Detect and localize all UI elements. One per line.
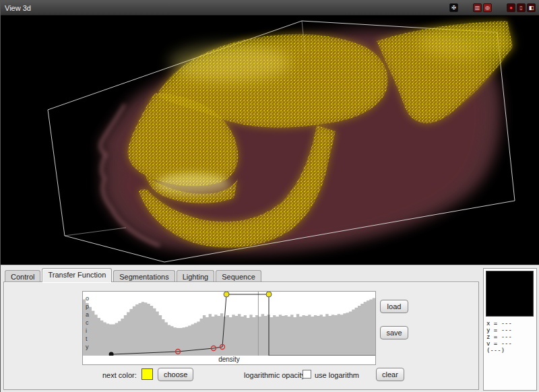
tab-sequence[interactable]: Sequence xyxy=(216,270,261,282)
use-logarithm-checkbox[interactable] xyxy=(303,370,311,379)
save-button[interactable]: save xyxy=(380,326,408,339)
titlebar[interactable]: View 3d ✠▥◎●▯◧ xyxy=(1,1,539,15)
slice-view-canvas[interactable] xyxy=(486,271,534,317)
record-icon[interactable]: ● xyxy=(507,3,515,12)
coordinate-readout: x = ---y = ---z = ---v = ---(---) xyxy=(486,320,512,354)
use-logarithm-label: use logarithm xyxy=(315,371,359,379)
tab-segmentations[interactable]: Segmentations xyxy=(113,270,175,282)
readout-line: x = --- xyxy=(486,320,512,327)
clear-button[interactable]: clear xyxy=(376,368,404,381)
panel-icon[interactable]: ▥ xyxy=(473,3,482,12)
camera-icon[interactable]: ◧ xyxy=(527,3,536,12)
transfer-function-canvas[interactable] xyxy=(83,292,375,356)
readout-line: y = --- xyxy=(486,327,512,333)
readout-line: v = --- xyxy=(486,340,512,347)
slice-info-panel: x = ---y = ---z = ---v = ---(---) xyxy=(483,268,537,391)
density-axis-label: density xyxy=(83,356,375,364)
transfer-function-tab-panel: opacity density load save next color: ch… xyxy=(3,282,479,390)
application-window: View 3d ✠▥◎●▯◧ xyxy=(0,0,539,392)
tab-transfer-function[interactable]: Transfer Function xyxy=(42,268,112,282)
volume-rendering-scene xyxy=(1,15,539,265)
viewport-3d[interactable] xyxy=(1,15,539,265)
logarithmic-opacity-label: logarithmic opacity xyxy=(244,371,305,379)
load-button[interactable]: load xyxy=(380,300,408,313)
choose-color-button[interactable]: choose xyxy=(158,368,193,381)
bottom-panel: ControlTransfer FunctionSegmentationsLig… xyxy=(1,265,539,392)
next-color-label: next color: xyxy=(102,371,137,379)
titlebar-icons: ✠▥◎●▯◧ xyxy=(448,3,536,12)
next-color-swatch[interactable] xyxy=(141,368,153,380)
control-point-yellow[interactable] xyxy=(266,292,272,297)
control-panel: ControlTransfer FunctionSegmentationsLig… xyxy=(3,268,479,391)
readout-line: (---) xyxy=(486,347,512,354)
tab-lighting[interactable]: Lighting xyxy=(177,270,215,282)
density-histogram xyxy=(83,298,375,356)
tab-bar: ControlTransfer FunctionSegmentationsLig… xyxy=(3,268,479,282)
transfer-function-editor[interactable]: opacity density xyxy=(82,291,376,365)
film-icon[interactable]: ▯ xyxy=(517,3,526,12)
window-title: View 3d xyxy=(5,4,31,12)
tab-control[interactable]: Control xyxy=(5,270,40,282)
control-point-yellow[interactable] xyxy=(224,292,229,297)
readout-line: z = --- xyxy=(486,333,512,340)
target-icon[interactable]: ◎ xyxy=(483,3,492,12)
maltese-cross-icon[interactable]: ✠ xyxy=(449,3,458,12)
